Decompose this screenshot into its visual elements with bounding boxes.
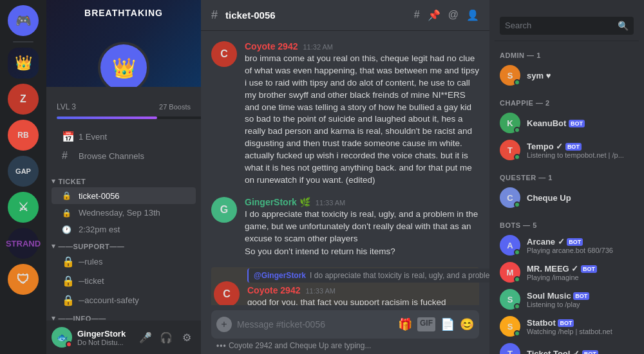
ticket-channel-icon: # [211,8,218,22]
member-status-statbot: Watching /help | statbot.net [527,328,634,335]
channel-quick-links: 📅 1 Event # Browse Channels [46,124,201,168]
message-group-3-highlighted: C @GingerStork I do appreciate that toxi… [211,267,479,305]
members-icon[interactable]: 👤 [466,9,479,21]
calendar-icon: 📅 [62,131,75,143]
chat-header: # ticket-0056 # 📌 @ 👤 [201,0,489,31]
channel-rules-label: ─rules [79,257,191,266]
message-text-2: I do appreciate that toxicity is real, u… [245,209,479,245]
level-badge: LVL 3 27 Boosts [46,100,201,114]
user-display-name: GingerStork [77,329,131,339]
member-section-header-chappie: CHAPPIE — 2 [495,94,639,109]
soulmusic-icon: S [507,295,513,304]
arcane-status-dot [514,249,520,256]
search-input[interactable] [505,21,614,30]
member-statbot[interactable]: S Statbot BOT Watching /help | statbot.n… [495,313,639,340]
member-mrmeeg[interactable]: M MR. MEEG ✓ BOT Playing /imagine [495,259,639,286]
add-attachment-button[interactable]: + [216,317,232,332]
tempo-icon: T [507,145,513,155]
member-avatar-keanubot: K [500,113,520,133]
reply-block: @GingerStork I do appreciate that toxici… [247,268,489,283]
message-timestamp-1: 11:32 AM [303,43,332,51]
member-soulmusic[interactable]: S Soul Music BOT Listening to /play [495,286,639,313]
server-icon-shield[interactable]: 🛡 [8,264,39,295]
message-timestamp-3: 11:33 AM [305,287,335,295]
chat-input-box: + 🎁 GIF 📄 😊 [211,310,479,339]
members-search-header: 🔍 [495,10,639,41]
gift-icon[interactable]: 🎁 [398,317,412,331]
server-sidebar: 🎮 👑 Z RB GAP ⚔ STRAND 🛡 [0,0,46,354]
member-section-header-quester: QUESTER — 1 [495,169,639,184]
statbot-status-dot [514,330,520,337]
keanubot-icon: K [507,118,513,128]
chat-input-area: + 🎁 GIF 📄 😊 ••• Coyote 2942 and Cheque U… [201,305,489,354]
member-info-arcane: Arcane ✓ BOT Playing arcane.bot 680/736 [527,237,634,254]
message-group-1: C Coyote 2942 11:32 AM bro imma come at … [211,41,479,187]
server-divider [13,41,33,42]
emoji-icon[interactable]: 😊 [460,317,474,331]
server-icon-osrs[interactable]: ⚔ [8,192,39,223]
keanubot-status-dot [514,127,520,133]
member-arcane[interactable]: A Arcane ✓ BOT Playing arcane.bot 680/73… [495,232,639,259]
channel-account-safety[interactable]: 🔒 ─account-safety [52,291,196,310]
pin-icon[interactable]: 📌 [428,9,440,21]
server-banner-avatar: 👑 [98,42,149,87]
server-icon-breathtaking[interactable]: 👑 [8,48,39,79]
level-bar-container [57,116,211,119]
gif-button[interactable]: GIF [417,317,435,331]
member-info-cheque: Cheque Up [527,193,634,203]
sticker-icon[interactable]: 📄 [440,317,455,331]
channel-ticket-0056[interactable]: 🔒 ticket-0056 ⚙ [52,187,196,204]
member-cheque-up[interactable]: C Cheque Up [495,184,639,211]
member-name-tempo: Tempo ✓ BOT [527,142,634,151]
channel-ticket-label: ─ticket [79,276,191,286]
category-info-label: ——INFO—— [59,315,106,321]
hashtag-icon: # [62,150,75,162]
typing-text: Coyote 2942 and Cheque Up are typing... [229,341,371,350]
channel-rules[interactable]: 🔒 ─rules [52,252,196,271]
headset-button[interactable]: 🎧 [157,328,175,346]
lock-icon: 🔒 [62,191,75,200]
soulmusic-status-dot [514,303,520,310]
server-icon-discord[interactable]: 🎮 [8,5,39,36]
member-section-bots: BOTS — 5 A Arcane ✓ BOT Playing arcane.b… [495,216,639,354]
mention-icon[interactable]: @ [448,9,459,21]
browse-channels-link[interactable]: # Browse Channels [52,147,196,165]
member-avatar-statbot: S [500,316,520,337]
channel-list: ▾ TICKET 🔒 ticket-0056 ⚙ 🔒 Wednesday, Se… [46,168,201,321]
category-info[interactable]: ▾ ——INFO—— [46,310,201,321]
category-support-label: ——SUPPORT—— [59,243,125,250]
level-section: LVL 3 27 Boosts [46,87,201,124]
member-avatar-arcane: A [500,235,520,256]
message-content-2: GingerStork 🌿 11:33 AM I do appreciate t… [245,197,479,259]
server-icon-strand[interactable]: STRAND [8,228,39,259]
server-icon-z[interactable]: Z [8,84,39,115]
member-info-sym: sym ♥ [527,71,634,80]
message-group-2: G GingerStork 🌿 11:33 AM I do appreciate… [211,197,479,259]
server-icon-gap[interactable]: GAP [8,156,39,187]
user-status-bar: 🐟 GingerStork Do Not Distu... 🎤 🎧 ⚙ [46,321,201,354]
lock-icon-rules: 🔒 [62,256,75,268]
main-chat: # ticket-0056 # 📌 @ 👤 C Coyote 2942 11:3… [201,0,489,354]
channel-sidebar: BREATHTAKING 👑 LVL 3 27 Boosts 📅 1 Event… [46,0,201,354]
category-support[interactable]: ▾ ——SUPPORT—— [46,238,201,252]
message-input[interactable] [237,319,393,330]
member-sym[interactable]: S sym ♥ [495,62,639,89]
members-sidebar: 🔍 ADMIN — 1 S sym ♥ CHAPPIE — 2 K [489,0,644,354]
channel-date[interactable]: 🔒 Wednesday, Sep 13th [52,205,196,221]
channel-time[interactable]: 🕐 2:32pm est [52,221,196,238]
settings-button[interactable]: ⚙ [178,328,196,346]
channel-ticket-general[interactable]: 🔒 ─ticket [52,272,196,290]
cheque-status-dot [514,201,520,208]
mic-button[interactable]: 🎤 [137,328,155,346]
member-keanubot[interactable]: K KeanuBot BOT [495,109,639,136]
event-link[interactable]: 📅 1 Event [52,127,196,146]
mrmeeg-icon: M [507,268,514,277]
chevron-icon: ▾ [52,177,56,185]
threads-icon[interactable]: # [414,9,420,21]
member-tickettool[interactable]: T Ticket Tool ✓ BOT [495,340,639,354]
member-tempo[interactable]: T Tempo ✓ BOT Listening to tempobot.net … [495,136,639,163]
server-icon-rb[interactable]: RB [8,120,39,151]
channel-name-ticket-0056: ticket-0056 [79,191,178,201]
category-ticket[interactable]: ▾ TICKET [46,173,201,187]
chevron-icon-3: ▾ [52,314,56,321]
